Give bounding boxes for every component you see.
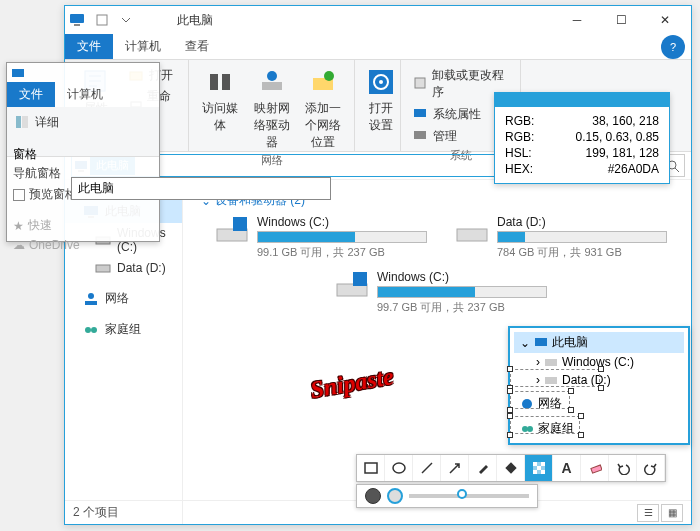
ov-tab-computer[interactable]: 计算机 [55,82,115,107]
svg-rect-26 [85,301,97,305]
ov-quick[interactable]: ★快速 [13,215,153,236]
drive-item[interactable]: Data (D:) 784 GB 可用，共 931 GB [455,215,665,260]
view-icons-button[interactable]: ▦ [661,504,683,522]
mt-net[interactable]: 网络 [514,393,684,414]
svg-point-9 [267,71,277,81]
window-title: 此电脑 [137,12,555,29]
svg-point-28 [91,327,97,333]
svg-rect-36 [22,116,28,128]
access-media-button[interactable]: 访问媒体 [199,66,241,134]
help-button[interactable]: ? [661,35,685,59]
drive-item[interactable]: Windows (C:) 99.1 GB 可用，共 237 GB [215,215,425,260]
tool-eraser-button[interactable] [581,455,609,481]
mt-hg[interactable]: 家庭组 [514,418,684,439]
tab-view[interactable]: 查看 [173,34,221,59]
tab-file[interactable]: 文件 [65,34,113,59]
svg-rect-7 [222,74,230,90]
svg-rect-1 [74,24,80,26]
annotation-toolbar: A [356,454,666,482]
qat-dropdown-icon[interactable] [115,9,137,31]
svg-rect-50 [537,466,541,470]
tool-text-button[interactable]: A [553,455,581,481]
svg-rect-8 [262,82,282,90]
drive-icon [215,215,249,249]
minimize-button[interactable]: ─ [555,6,599,34]
titlebar: 此电脑 ─ ☐ ✕ [65,6,691,34]
size-slider[interactable] [409,494,529,498]
svg-rect-49 [533,466,537,470]
tab-computer[interactable]: 计算机 [113,34,173,59]
drive-item[interactable]: Windows (C:) 99.7 GB 可用，共 237 GB [335,270,545,315]
svg-rect-55 [590,465,601,473]
svg-rect-34 [12,69,24,77]
ribbon-tabs: 文件 计算机 查看 ? [65,34,691,60]
qat-properties-icon[interactable] [91,9,113,31]
svg-rect-38 [545,359,557,366]
svg-point-44 [393,463,405,473]
svg-rect-47 [537,462,541,466]
address-autocomplete[interactable]: 此电脑 [71,177,331,200]
tool-redo-button[interactable] [637,455,665,481]
open-settings-button[interactable]: 打开设置 [365,66,397,134]
tool-rect-button[interactable] [357,455,385,481]
maximize-button[interactable]: ☐ [599,6,643,34]
drives-list: Windows (C:) 99.1 GB 可用，共 237 GB Data (D… [195,215,679,315]
tool-undo-button[interactable] [609,455,637,481]
svg-rect-54 [541,470,545,474]
svg-rect-33 [353,272,367,286]
view-details-button[interactable]: ☰ [637,504,659,522]
pc-icon [11,67,25,81]
svg-point-11 [324,71,334,81]
tool-arrow-button[interactable] [441,455,469,481]
panes-overlay-window: 文件 计算机 详细 窗格 导航窗格 预览窗格 ★快速 ☁OneDrive [6,62,160,242]
mosaic-light-swatch[interactable] [387,488,403,504]
ribbon-group-settings: 打开设置 [355,60,401,151]
add-netloc-button[interactable]: 添加一个网络位置 [302,66,344,151]
tool-mosaic-button[interactable] [525,455,553,481]
chevron-right-icon: › [536,355,540,369]
svg-point-14 [379,80,383,84]
svg-rect-48 [541,462,545,466]
tree-network[interactable]: 网络 [65,287,182,310]
svg-rect-35 [16,116,21,128]
tree-homegroup[interactable]: 家庭组 [65,318,182,341]
svg-rect-17 [414,131,426,139]
svg-point-27 [85,327,91,333]
svg-rect-52 [533,470,537,474]
close-button[interactable]: ✕ [643,6,687,34]
chevron-down-icon: ⌄ [520,336,530,350]
ov-details-button[interactable]: 详细 [13,113,153,132]
map-drive-button[interactable]: 映射网络驱动器 [251,66,293,151]
pc-icon [534,336,548,350]
tool-ellipse-button[interactable] [385,455,413,481]
pc-icon [69,12,85,28]
color-picker-overlay: RGB:38, 160, 218 RGB:0.15, 0.63, 0.85 HS… [494,92,670,184]
ov-tab-file[interactable]: 文件 [7,82,55,107]
mosaic-dark-swatch[interactable] [365,488,381,504]
svg-rect-16 [414,109,426,117]
svg-rect-51 [541,466,545,470]
mini-tree-popup[interactable]: ⌄此电脑 ›Windows (C:) ›Data (D:) 网络 家庭组 [508,326,690,445]
tree-drive-d[interactable]: Data (D:) [65,257,182,279]
quick-access-toolbar [91,9,137,31]
svg-rect-2 [97,15,107,25]
mt-d[interactable]: ›Data (D:) [514,371,684,389]
tool-line-button[interactable] [413,455,441,481]
window-controls: ─ ☐ ✕ [555,6,687,34]
svg-rect-43 [365,463,377,473]
svg-rect-53 [537,470,541,474]
ribbon-group-network: 访问媒体 映射网络驱动器 添加一个网络位置 网络 [189,60,355,151]
mt-thispc[interactable]: ⌄此电脑 [514,332,684,353]
tool-marker-button[interactable] [497,455,525,481]
svg-rect-30 [233,217,247,231]
tool-pen-button[interactable] [469,455,497,481]
svg-rect-15 [415,78,425,88]
svg-rect-31 [457,229,487,241]
drive-icon [335,270,369,304]
annotation-options [356,484,538,508]
checkbox-icon[interactable] [13,189,25,201]
svg-rect-6 [210,74,218,90]
drive-icon [455,215,489,249]
svg-rect-45 [505,462,516,473]
ov-onedrive[interactable]: ☁OneDrive [13,236,153,254]
